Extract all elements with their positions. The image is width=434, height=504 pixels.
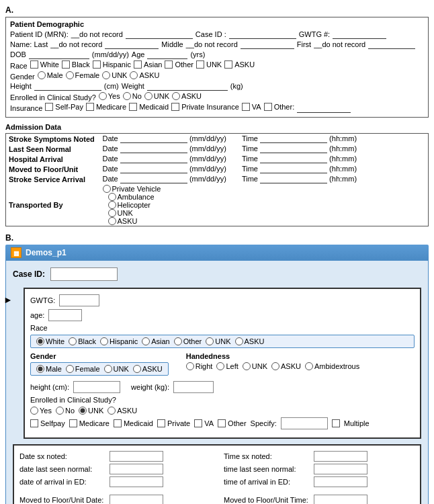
- race-white-b[interactable]: White: [36, 337, 64, 345]
- hand-left-radio-b[interactable]: [216, 362, 224, 370]
- gender-unk-radio-a[interactable]: [102, 71, 110, 79]
- race-white-a[interactable]: White: [30, 60, 59, 69]
- ins-va-b[interactable]: VA: [194, 419, 214, 427]
- race-unk-radio-b[interactable]: [206, 337, 214, 345]
- race-asku-checkbox-a[interactable]: [224, 60, 232, 69]
- ins-private-a[interactable]: Private Insurance: [171, 103, 239, 111]
- race-black-a[interactable]: Black: [62, 60, 90, 69]
- last-seen-normal-date[interactable]: [120, 144, 187, 153]
- ins-other-input-a[interactable]: [297, 104, 351, 113]
- time-arrival-ed-input[interactable]: [314, 476, 367, 487]
- gender-male-radio-a[interactable]: [38, 71, 46, 79]
- enroll-yes-b[interactable]: Yes: [30, 407, 52, 415]
- ins-selfpay-b[interactable]: Selfpay: [30, 419, 65, 427]
- race-asian-radio-b[interactable]: [142, 337, 150, 345]
- ins-medicare-checkbox-a[interactable]: [86, 103, 94, 111]
- ins-other-checkbox-b[interactable]: [218, 419, 226, 427]
- hand-unk-b[interactable]: UNK: [243, 362, 267, 370]
- ins-medicaid-a[interactable]: Medicaid: [129, 103, 169, 111]
- enroll-yes-radio-b[interactable]: [30, 407, 38, 415]
- gender-unk-b[interactable]: UNK: [104, 365, 129, 373]
- enrolled-asku-radio-a[interactable]: [172, 92, 180, 100]
- transport-helicopter[interactable]: Helicopter: [108, 201, 426, 209]
- first-name-input[interactable]: [368, 40, 415, 49]
- ins-medicare-a[interactable]: Medicare: [86, 103, 126, 111]
- gender-female-b[interactable]: Female: [66, 365, 100, 373]
- race-hispanic-b[interactable]: Hispanic: [100, 337, 138, 345]
- transport-private[interactable]: Private Vehicle: [103, 185, 426, 193]
- race-black-b[interactable]: Black: [69, 337, 96, 345]
- ins-other-a[interactable]: Other:: [264, 103, 295, 111]
- gender-asku-a[interactable]: ASKU: [130, 71, 159, 79]
- hand-ambidex-b[interactable]: Ambidextrous: [305, 362, 359, 370]
- race-black-checkbox-a[interactable]: [62, 60, 70, 69]
- case-id-input-b[interactable]: [50, 267, 118, 281]
- enroll-no-b[interactable]: No: [56, 407, 75, 415]
- hospital-arrival-time[interactable]: [260, 155, 327, 163]
- date-sx-noted-input[interactable]: [110, 451, 163, 462]
- race-asian-checkbox-a[interactable]: [134, 60, 142, 69]
- enroll-asku-b[interactable]: ASKU: [107, 407, 137, 415]
- gender-asku-b[interactable]: ASKU: [133, 365, 163, 373]
- enroll-asku-radio-b[interactable]: [107, 407, 116, 415]
- enrolled-unk-radio-a[interactable]: [144, 92, 153, 100]
- stroke-service-date[interactable]: [120, 175, 187, 183]
- race-other-checkbox-a[interactable]: [165, 60, 173, 69]
- transport-ambulance-radio[interactable]: [108, 193, 116, 201]
- moved-floor-time[interactable]: [260, 165, 327, 173]
- ins-multiple-checkbox-b[interactable]: [332, 419, 340, 427]
- hand-left-b[interactable]: Left: [216, 362, 238, 370]
- ins-private-checkbox-a[interactable]: [171, 103, 179, 111]
- hand-ambidex-radio-b[interactable]: [305, 362, 313, 370]
- transport-private-radio[interactable]: [103, 185, 111, 193]
- race-hispanic-checkbox-a[interactable]: [93, 60, 101, 69]
- gender-male-a[interactable]: Male: [38, 71, 63, 79]
- enrolled-asku-a[interactable]: ASKU: [172, 92, 202, 100]
- enroll-no-radio-b[interactable]: [56, 407, 64, 415]
- gender-unk-a[interactable]: UNK: [102, 71, 127, 79]
- enroll-unk-radio-b[interactable]: [79, 407, 87, 415]
- race-unk-b[interactable]: UNK: [206, 337, 230, 345]
- hand-right-b[interactable]: Right: [186, 362, 213, 370]
- ins-selfpay-a[interactable]: Self-Pay: [45, 103, 83, 111]
- gender-male-radio-b[interactable]: [36, 365, 44, 373]
- race-asku-b[interactable]: ASKU: [235, 337, 265, 345]
- hand-asku-radio-b[interactable]: [271, 362, 279, 370]
- gender-female-radio-b[interactable]: [66, 365, 74, 373]
- ins-va-a[interactable]: VA: [242, 103, 261, 111]
- ins-other-b[interactable]: Other: [218, 419, 247, 427]
- gwtg-input-a[interactable]: [333, 30, 386, 39]
- enrolled-unk-a[interactable]: UNK: [144, 92, 169, 100]
- ins-private-checkbox-b[interactable]: [157, 419, 165, 427]
- stroke-symptoms-time[interactable]: [260, 134, 327, 143]
- transport-helicopter-radio[interactable]: [108, 201, 116, 209]
- enrolled-no-a[interactable]: No: [123, 92, 142, 100]
- transport-asku[interactable]: ASKU: [108, 217, 426, 225]
- enrolled-no-radio-a[interactable]: [123, 92, 131, 100]
- race-unk-checkbox-a[interactable]: [196, 60, 204, 69]
- weight-input-a[interactable]: [147, 82, 228, 91]
- height-input-b[interactable]: [73, 381, 120, 393]
- moved-floor-time-input-b[interactable]: [314, 495, 367, 504]
- gender-asku-radio-b[interactable]: [133, 365, 141, 373]
- race-white-radio-b[interactable]: [36, 337, 44, 345]
- race-asian-a[interactable]: Asian: [134, 60, 163, 69]
- height-input-a[interactable]: [34, 82, 101, 91]
- date-arrival-ed-input[interactable]: [110, 476, 163, 487]
- case-id-input-a[interactable]: [229, 30, 296, 39]
- ins-private-b[interactable]: Private: [157, 419, 190, 427]
- enrolled-yes-radio-a[interactable]: [99, 92, 107, 100]
- moved-floor-date-input-b[interactable]: [110, 495, 163, 504]
- ins-medicaid-b[interactable]: Medicaid: [114, 419, 153, 427]
- ins-multiple-b[interactable]: [332, 419, 340, 427]
- age-input-b[interactable]: [48, 309, 82, 321]
- hand-right-radio-b[interactable]: [186, 362, 194, 370]
- ins-va-checkbox-a[interactable]: [242, 103, 250, 111]
- ins-selfpay-checkbox-b[interactable]: [30, 419, 38, 427]
- race-white-checkbox-a[interactable]: [30, 60, 38, 69]
- patient-id-input[interactable]: [126, 30, 193, 39]
- ins-va-checkbox-b[interactable]: [194, 419, 202, 427]
- transport-unk[interactable]: UNK: [108, 209, 426, 217]
- hospital-arrival-date[interactable]: [120, 155, 187, 163]
- enroll-unk-b[interactable]: UNK: [79, 407, 103, 415]
